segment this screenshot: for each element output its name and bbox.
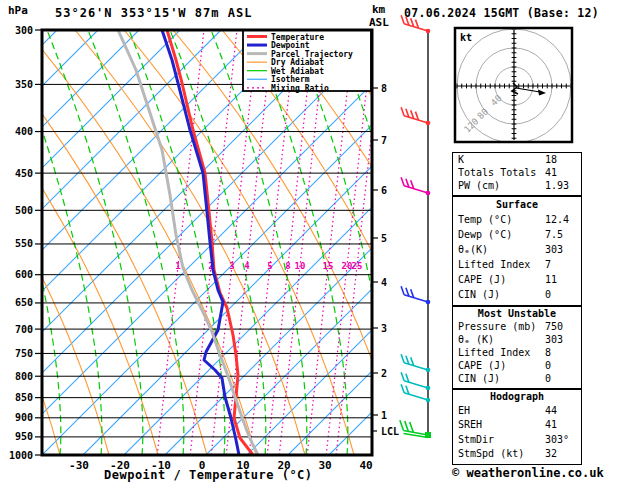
mixing-ratio-value-label: 5 — [267, 261, 272, 271]
stats-row: Lifted Index7 — [453, 257, 581, 272]
km-tick-label: 2 — [381, 368, 387, 379]
stats-value: 0 — [545, 372, 551, 385]
stats-value: 0 — [545, 359, 551, 372]
stats-box-header: Most Unstable — [453, 307, 581, 320]
stats-row: StmSpd (kt)32 — [453, 447, 581, 461]
stats-row: Dewp (°C)7.5 — [453, 227, 581, 242]
hodograph-unit-label: kt — [460, 32, 472, 43]
stats-value: 7 — [545, 257, 551, 272]
stats-row: Totals Totals41 — [453, 166, 581, 179]
stats-value: 1.93 — [545, 179, 569, 192]
stats-row: θₑ (K)303 — [453, 333, 581, 346]
pressure-tick-label: 400 — [15, 126, 33, 137]
wind-barb-column — [400, 15, 431, 438]
stats-row: Lifted Index8 — [453, 346, 581, 359]
temp-tick-label: 10 — [236, 459, 249, 472]
temp-tick-label: 40 — [359, 459, 372, 472]
stats-label: StmDir — [458, 434, 494, 445]
stats-label: EH — [458, 405, 470, 416]
legend-item-label: Dewpoint — [271, 40, 310, 50]
stats-label: θₑ(K) — [458, 244, 488, 255]
pressure-tick-label: 800 — [15, 371, 33, 382]
temp-tick-label: 30 — [318, 459, 331, 472]
pressure-tick-label: 350 — [15, 79, 33, 90]
wind-barb — [400, 420, 431, 438]
stats-row: Temp (°C)12.4 — [453, 212, 581, 227]
stats-box: HodographEH44SREH41StmDir303°StmSpd (kt)… — [452, 389, 582, 465]
stats-value: 7.5 — [545, 227, 563, 242]
stats-row: K18 — [453, 153, 581, 166]
hodograph-ring-label: 80 — [475, 107, 490, 122]
pressure-tick-label: 450 — [15, 168, 33, 179]
mixing-ratio-value-label: 8 — [285, 261, 290, 271]
skewt-screenshot: hPa 53°26'N 353°15'W 87m ASL km ASL 07.0… — [0, 0, 629, 486]
stats-value: 18 — [545, 153, 557, 166]
wind-barb — [401, 15, 430, 33]
stats-value: 303° — [545, 433, 569, 447]
stats-label: Lifted Index — [458, 347, 530, 358]
km-tick-label: 6 — [381, 185, 387, 196]
temp-tick-label: -30 — [69, 459, 89, 472]
stats-box: SurfaceTemp (°C)12.4Dewp (°C)7.5θₑ(K)303… — [452, 196, 582, 306]
stats-value: 44 — [545, 404, 557, 418]
stats-row: StmDir303° — [453, 433, 581, 447]
stats-row: Pressure (mb)750 — [453, 320, 581, 333]
stats-label: Temp (°C) — [458, 214, 512, 225]
stats-value: 8 — [545, 346, 551, 359]
pressure-tick-label: 300 — [15, 25, 33, 36]
storm-motion-arrowhead — [538, 90, 546, 96]
pressure-tick-label: 1000 — [9, 450, 33, 461]
stats-label: StmSpd (kt) — [458, 448, 524, 459]
stats-label: Dewp (°C) — [458, 229, 512, 240]
stats-box-header: Hodograph — [453, 390, 581, 404]
stats-label: Lifted Index — [458, 259, 530, 270]
hodograph-ring-label: 120 — [462, 116, 481, 135]
wind-barb — [401, 286, 430, 304]
hodograph-ring-label: 40 — [489, 93, 504, 108]
stats-box: Most UnstablePressure (mb)750θₑ (K)303Li… — [452, 306, 582, 389]
mixing-ratio-value-label: 15 — [323, 261, 334, 271]
stats-row: PW (cm)1.93 — [453, 179, 581, 192]
stats-label: CIN (J) — [458, 289, 500, 300]
km-tick-label: 7 — [381, 135, 387, 146]
wind-barb — [401, 177, 430, 195]
stats-row: EH44 — [453, 404, 581, 418]
pressure-tick-label: 600 — [15, 269, 33, 280]
stats-value: 41 — [545, 166, 557, 179]
km-tick-label: 3 — [381, 323, 387, 334]
stats-box-header: Surface — [453, 197, 581, 212]
stats-row: CAPE (J)0 — [453, 359, 581, 372]
stats-row: CIN (J)0 — [453, 372, 581, 385]
pressure-tick-label: 550 — [15, 238, 33, 249]
pressure-tick-label: 650 — [15, 297, 33, 308]
mixing-ratio-value-label: 1 — [175, 261, 180, 271]
stats-value: 11 — [545, 272, 557, 287]
km-tick-label: 4 — [381, 277, 387, 288]
stats-value: 12.4 — [545, 212, 569, 227]
temp-tick-label: 20 — [277, 459, 290, 472]
stats-row: SREH41 — [453, 418, 581, 432]
legend-item-label: Parcel Trajectory — [271, 49, 353, 59]
stats-value: 0 — [545, 287, 551, 302]
stats-value: 750 — [545, 320, 563, 333]
stats-value: 303 — [545, 333, 563, 346]
wet-adiabat-line — [580, 30, 629, 455]
wind-barb — [401, 107, 430, 125]
stats-label: SREH — [458, 419, 482, 430]
stats-value: 32 — [545, 447, 557, 461]
stats-row: θₑ(K)303 — [453, 242, 581, 257]
storm-motion-vector — [516, 88, 540, 92]
temp-tick-label: 0 — [199, 459, 206, 472]
pressure-tick-label: 950 — [15, 431, 33, 442]
km-tick-label: 8 — [381, 83, 387, 94]
pressure-tick-label: 900 — [15, 412, 33, 423]
stats-row: CIN (J)0 — [453, 287, 581, 302]
isotherm-line — [0, 30, 16, 455]
legend-item-label: Dry Adiabat — [271, 57, 324, 67]
stats-value: 41 — [545, 418, 557, 432]
lcl-label: LCL — [381, 426, 399, 437]
pressure-tick-label: 700 — [15, 324, 33, 335]
mixing-ratio-value-label: 4 — [244, 261, 250, 271]
legend-item-label: Mixing Ratio — [271, 83, 329, 93]
stats-label: CIN (J) — [458, 373, 500, 384]
